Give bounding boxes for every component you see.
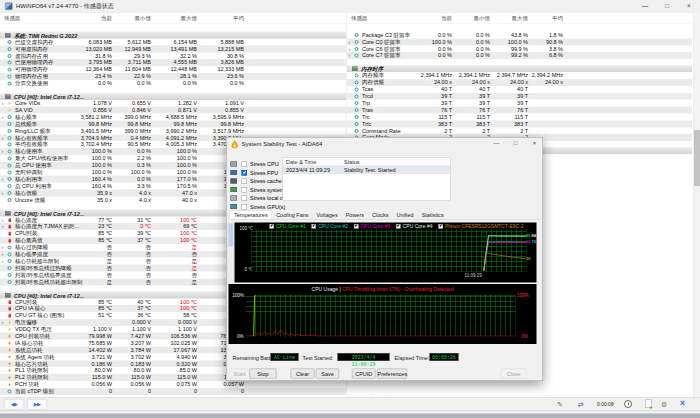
maximize-icon[interactable]: □ xyxy=(656,0,678,12)
expand-icon[interactable]: › xyxy=(2,114,4,121)
close-icon[interactable]: × xyxy=(678,0,700,12)
expand-columns-button[interactable]: ▶▶ xyxy=(27,399,47,410)
legend-checkbox[interactable] xyxy=(396,224,401,229)
test-log[interactable]: Date & Time Status 2023/4/4 11:09:29 Sta… xyxy=(283,158,451,201)
minimize-icon[interactable]: — xyxy=(634,0,656,12)
checkbox[interactable] xyxy=(242,170,248,176)
expand-icon[interactable]: › xyxy=(2,100,4,107)
swap-arrows-icon[interactable]: ⇄ xyxy=(578,400,584,409)
tab-powers[interactable]: Powers xyxy=(342,211,368,220)
gear-icon[interactable]: ⚙ xyxy=(661,400,667,409)
expand-icon[interactable]: › xyxy=(2,251,4,258)
close-sensors-icon[interactable]: × xyxy=(680,399,685,409)
sensor-row[interactable]: Trfc383 T383 T383 T xyxy=(347,120,692,127)
sensor-row[interactable]: Ring/LLC 频率3,491.5 MHz399.0 MHz3,990.2 M… xyxy=(0,127,346,134)
sensor-row[interactable]: 已使用物理内存3,795 MB3,711 MB4,555 MB3,826 MB xyxy=(0,59,346,66)
expand-icon[interactable]: › xyxy=(2,216,4,223)
sensor-row[interactable]: 可用虚拟内存13,020 MB12,949 MB13,491 MB13,215 … xyxy=(0,45,346,52)
expand-icon[interactable]: › xyxy=(2,319,4,326)
sensor-row[interactable]: 可用物理内存12,364 MB11,604 MB12,448 MB12,333 … xyxy=(0,66,346,73)
sensor-value: 31.8 % xyxy=(59,52,112,59)
sensor-row[interactable]: Trp39 T39 T39 T xyxy=(347,100,692,107)
preferences-button[interactable]: Preferences xyxy=(377,369,407,379)
stress-option[interactable]: Stress local disks xyxy=(231,195,286,203)
sensor-value: 75.685 W xyxy=(59,340,112,347)
sensor-row[interactable]: 物理内存占用23.4 %22.9 %28.1 %23.6 % xyxy=(0,73,346,80)
checkbox[interactable] xyxy=(242,162,248,168)
expand-icon[interactable]: › xyxy=(2,223,4,230)
expand-icon[interactable]: › xyxy=(2,148,4,155)
expand-icon[interactable]: › xyxy=(349,45,351,52)
maximize-icon[interactable]: □ xyxy=(507,138,525,150)
stress-option[interactable]: Stress GPU(s) xyxy=(231,203,286,211)
checkbox[interactable] xyxy=(242,187,248,193)
sensor-value: 100.0 % xyxy=(155,148,197,155)
sensor-row[interactable]: Package C2 驻留率0.0 %0.0 %43.8 %1.8 % xyxy=(347,32,692,39)
chart-scrollbar-thumb[interactable] xyxy=(229,224,234,247)
close-icon[interactable]: × xyxy=(526,138,544,150)
sensor-row[interactable]: 当前 cTDP 级别0000 xyxy=(0,388,346,395)
minimize-icon[interactable]: — xyxy=(488,138,506,150)
tab-unified[interactable]: Unified xyxy=(393,211,418,220)
checkbox[interactable] xyxy=(242,196,248,202)
report-icon[interactable] xyxy=(645,400,652,409)
stress-option[interactable]: Stress FPU xyxy=(231,169,286,177)
sensor-row[interactable]: PCH 功耗0.056 W0.056 W0.075 W0.057 W xyxy=(0,381,346,388)
sensor-row[interactable]: Trcd39 T39 T39 T xyxy=(347,93,692,100)
section-header[interactable]: 系统: TIMI Redmi G 2022 xyxy=(0,32,346,39)
sensor-row[interactable]: ›Core C0 驻留率100.0 %0.0 %100.0 %90.8 % xyxy=(347,38,692,45)
sensor-row[interactable]: ›Core C6 驻留率0.0 %0.0 %99.9 %3.8 % xyxy=(347,45,692,52)
chart-scrollbar[interactable] xyxy=(228,223,234,283)
tab-cooling-fans[interactable]: Cooling Fans xyxy=(272,211,312,220)
scrollbar-thumb[interactable] xyxy=(694,130,700,186)
sensor-row[interactable]: 已提交虚拟内存6,083 MB5,612 MB6,154 MB5,888 MB xyxy=(0,39,346,46)
hwinfo-scrollbar[interactable] xyxy=(693,12,700,397)
sensor-row[interactable]: Trc115 T115 T115 T xyxy=(347,113,692,120)
tab-temperatures[interactable]: Temperatures xyxy=(230,211,273,220)
edit-icon[interactable]: ✎ xyxy=(557,400,563,409)
collapse-columns-button[interactable]: ◀▶ xyxy=(4,399,24,410)
section-header[interactable]: CPU [#0]: Intel Core i7-12... xyxy=(0,93,346,100)
expand-icon[interactable]: › xyxy=(2,258,4,265)
sensor-row[interactable]: Tcas40 T40 T40 T xyxy=(347,86,692,93)
sensor-row[interactable]: Command Rate2 T2 T2 T xyxy=(347,127,692,134)
legend-checkbox[interactable] xyxy=(354,224,359,229)
checkbox[interactable] xyxy=(242,204,248,210)
expand-icon[interactable]: › xyxy=(2,189,4,196)
legend-checkbox[interactable] xyxy=(270,224,275,229)
sensor-row[interactable]: Tras76 T76 T76 T xyxy=(347,107,692,114)
stop-button[interactable]: Stop xyxy=(250,369,277,379)
expand-icon[interactable]: › xyxy=(349,52,351,59)
stress-option[interactable]: Stress cache xyxy=(231,178,286,186)
sensor-row[interactable]: SA VID0.856 V0.846 V0.871 V0.855 V xyxy=(0,107,346,114)
legend-checkbox[interactable] xyxy=(312,224,317,229)
sensor-row[interactable]: 内存频率2,394.1 MHz2,394.1 MHz2,394.7 MHz2,3… xyxy=(347,72,692,79)
sensor-row[interactable]: ›核心频率3,581.2 MHz399.0 MHz4,688.5 MHz3,59… xyxy=(0,114,346,121)
expand-icon[interactable]: › xyxy=(2,176,4,183)
sensor-row[interactable]: ›Core VIDs1.078 V0.655 V1.282 V1.091 V xyxy=(0,100,346,107)
clock-icon[interactable] xyxy=(624,400,632,408)
save-button[interactable]: Save xyxy=(316,369,339,379)
legend-checkbox[interactable] xyxy=(438,224,443,229)
sensor-row[interactable]: ›Core C7 驻留率0.0 %0.0 %99.2 %6.8 % xyxy=(347,52,692,59)
sensor-row[interactable]: 虚拟内存占用31.8 %29.3 %32.2 %30.8 % xyxy=(0,52,346,59)
stress-option[interactable]: Stress system memory xyxy=(231,186,286,194)
expand-icon[interactable]: › xyxy=(349,38,351,45)
sensor-row[interactable]: 内存倍频24.00 x24.00 x24.00 x24.00 x xyxy=(347,79,692,86)
section-header[interactable]: 内存时序 xyxy=(347,65,692,72)
log-row[interactable]: 2023/4/4 11:09:29 Stability Test: Starte… xyxy=(283,166,450,174)
clear-button[interactable]: Clear xyxy=(291,369,315,379)
start-button[interactable]: Start xyxy=(230,369,250,379)
close-button[interactable]: Close xyxy=(501,369,527,379)
tab-clocks[interactable]: Clocks xyxy=(368,211,393,220)
sensor-row[interactable]: 总线频率99.8 MHz99.8 MHz99.8 MHz99.8 MHz xyxy=(0,120,346,127)
expand-icon[interactable]: › xyxy=(2,134,4,141)
sensor-row[interactable]: 分页交换使用0.0 %0.0 %0.0 %0.0 % xyxy=(0,80,346,87)
expand-icon[interactable]: › xyxy=(2,244,4,251)
tab-statistics[interactable]: Statistics xyxy=(418,211,448,220)
stress-option[interactable]: Stress CPU xyxy=(231,161,286,169)
tab-voltages[interactable]: Voltages xyxy=(313,211,342,220)
sensor-value: 51 ℃ xyxy=(59,312,112,319)
checkbox[interactable] xyxy=(242,179,248,185)
cpuid-button[interactable]: CPUID xyxy=(352,369,376,379)
